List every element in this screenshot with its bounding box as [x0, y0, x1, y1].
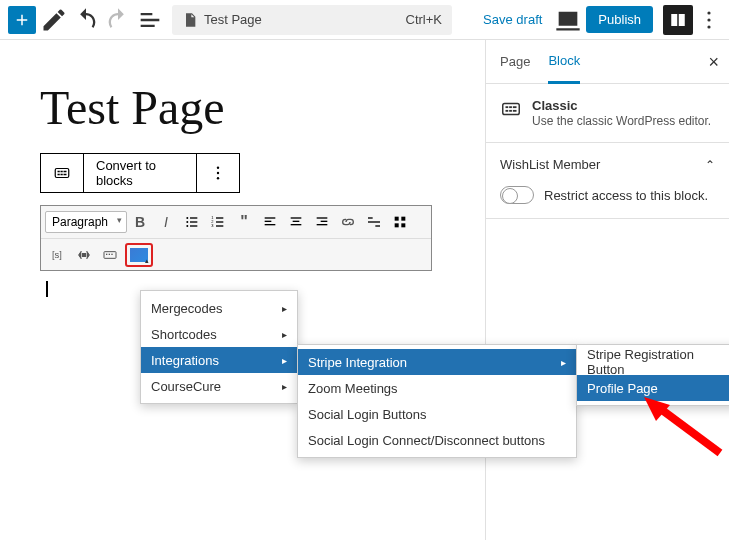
svg-rect-33: [317, 224, 328, 225]
svg-point-12: [217, 177, 219, 179]
svg-rect-20: [216, 217, 223, 218]
tab-page[interactable]: Page: [500, 40, 530, 84]
svg-rect-26: [265, 221, 272, 222]
menu-item-stripe-integration[interactable]: Stripe Integration▸: [298, 349, 576, 375]
doc-outline-button[interactable]: [136, 6, 164, 34]
svg-point-11: [217, 172, 219, 174]
numbered-list-button[interactable]: 123: [205, 209, 231, 235]
align-center-button[interactable]: [283, 209, 309, 235]
edit-tool-button[interactable]: [40, 6, 68, 34]
blockquote-button[interactable]: ": [231, 209, 257, 235]
preview-button[interactable]: [554, 6, 582, 34]
svg-rect-27: [265, 224, 276, 225]
save-draft-link[interactable]: Save draft: [483, 12, 542, 27]
wlm-flyout-level2: Stripe Integration▸ Zoom Meetings Social…: [297, 344, 577, 458]
editor-top-bar: Test Page Ctrl+K Save draft Publish: [0, 0, 729, 40]
paragraph-select[interactable]: Paragraph: [45, 211, 127, 233]
menu-item-zoom-meetings[interactable]: Zoom Meetings: [298, 375, 576, 401]
tab-block[interactable]: Block: [548, 40, 580, 84]
classic-icon: [500, 98, 522, 120]
page-title[interactable]: Test Page: [40, 80, 445, 135]
svg-rect-5: [61, 174, 63, 176]
svg-rect-29: [293, 221, 300, 222]
svg-rect-7: [58, 171, 60, 173]
svg-rect-46: [111, 253, 112, 254]
toolbar-toggle-button[interactable]: [387, 209, 413, 235]
svg-rect-48: [506, 110, 509, 112]
add-block-button[interactable]: [8, 6, 36, 34]
align-right-button[interactable]: [309, 209, 335, 235]
italic-button[interactable]: I: [153, 209, 179, 235]
document-switcher[interactable]: Test Page Ctrl+K: [172, 5, 452, 35]
svg-text:3: 3: [211, 223, 214, 228]
svg-line-54: [658, 407, 720, 453]
svg-rect-9: [64, 171, 67, 173]
page-icon: [182, 12, 198, 28]
align-left-button[interactable]: [257, 209, 283, 235]
restrict-toggle[interactable]: [500, 186, 534, 204]
svg-rect-28: [291, 217, 302, 218]
wishlist-menu-button[interactable]: [125, 243, 153, 267]
link-button[interactable]: [335, 209, 361, 235]
chevron-up-icon: ⌃: [705, 158, 715, 172]
restrict-label: Restrict access to this block.: [544, 188, 708, 203]
block-more-button[interactable]: [197, 154, 239, 192]
block-type-desc: Use the classic WordPress editor.: [532, 114, 711, 128]
svg-rect-24: [216, 225, 223, 226]
wlm-panel[interactable]: WishList Member ⌃ Restrict access to thi…: [486, 143, 729, 219]
menu-item-coursecure[interactable]: CourseCure▸: [141, 373, 297, 399]
svg-rect-16: [190, 221, 197, 222]
svg-point-17: [186, 225, 188, 227]
publish-button[interactable]: Publish: [586, 6, 653, 33]
svg-rect-32: [321, 221, 328, 222]
svg-text:[s]: [s]: [52, 250, 62, 260]
svg-rect-34: [368, 217, 373, 218]
block-type-name: Classic: [532, 98, 711, 113]
chevron-right-icon: ▸: [282, 381, 287, 392]
mergecode-button[interactable]: [71, 242, 97, 268]
bold-button[interactable]: B: [127, 209, 153, 235]
svg-rect-40: [401, 223, 405, 227]
menu-item-stripe-registration-button[interactable]: Stripe Registration Button: [577, 349, 729, 375]
svg-rect-22: [216, 221, 223, 222]
svg-rect-8: [61, 171, 63, 173]
read-more-button[interactable]: [361, 209, 387, 235]
svg-rect-30: [291, 224, 302, 225]
callout-arrow: [640, 395, 729, 469]
convert-to-blocks-button[interactable]: Convert to blocks: [84, 154, 197, 192]
svg-rect-3: [55, 169, 69, 178]
svg-rect-47: [503, 104, 520, 115]
svg-rect-6: [64, 174, 67, 176]
menu-item-shortcodes[interactable]: Shortcodes▸: [141, 321, 297, 347]
editor-body: Test Page Convert to blocks Paragraph B …: [0, 40, 729, 540]
svg-rect-37: [395, 217, 399, 221]
close-sidebar-button[interactable]: ×: [708, 52, 719, 73]
menu-item-social-login-connect[interactable]: Social Login Connect/Disconnect buttons: [298, 427, 576, 453]
settings-panel-toggle[interactable]: [663, 5, 693, 35]
more-options-button[interactable]: [697, 5, 721, 35]
sidebar-tabs: Page Block ×: [486, 40, 729, 84]
svg-rect-18: [190, 225, 197, 226]
svg-point-10: [217, 167, 219, 169]
keyboard-button[interactable]: [97, 242, 123, 268]
menu-item-mergecodes[interactable]: Mergecodes▸: [141, 295, 297, 321]
svg-rect-44: [106, 253, 107, 254]
svg-rect-51: [506, 106, 509, 108]
classic-block-icon[interactable]: [41, 154, 84, 192]
redo-button[interactable]: [104, 6, 132, 34]
shortcode-button[interactable]: [s]: [45, 242, 71, 268]
undo-button[interactable]: [72, 6, 100, 34]
wlm-flyout-level1: Mergecodes▸ Shortcodes▸ Integrations▸ Co…: [140, 290, 298, 404]
svg-point-2: [707, 25, 710, 28]
svg-rect-45: [109, 253, 110, 254]
bulleted-list-button[interactable]: [179, 209, 205, 235]
svg-rect-35: [368, 221, 380, 222]
svg-rect-4: [58, 174, 60, 176]
doc-shortcut: Ctrl+K: [406, 12, 442, 27]
menu-item-integrations[interactable]: Integrations▸: [141, 347, 297, 373]
svg-rect-38: [401, 217, 405, 221]
svg-point-1: [707, 18, 710, 21]
svg-point-15: [186, 221, 188, 223]
svg-point-13: [186, 217, 188, 219]
menu-item-social-login-buttons[interactable]: Social Login Buttons: [298, 401, 576, 427]
